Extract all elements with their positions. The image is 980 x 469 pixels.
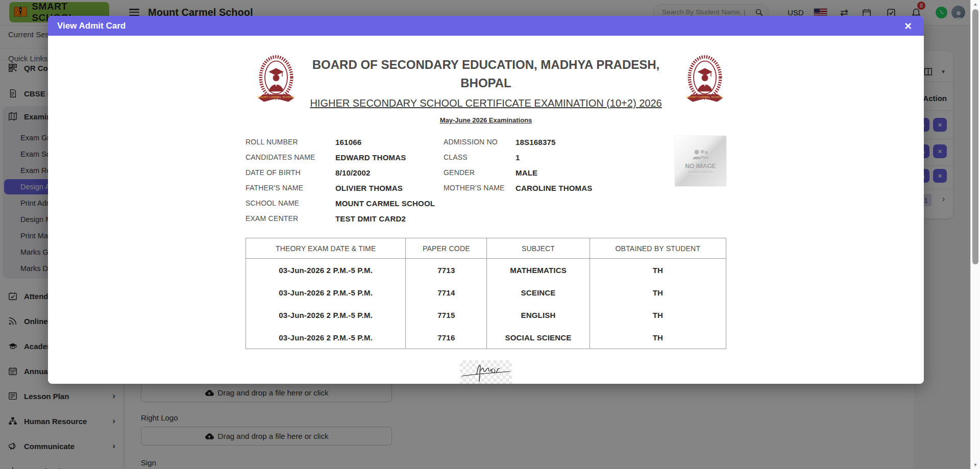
detail-label: CLASS bbox=[444, 153, 516, 161]
student-photo-placeholder: NO IMAGE AVAILABLE bbox=[675, 136, 726, 186]
detail-value: MOUNT CARMEL SCHOOL bbox=[335, 199, 444, 208]
cell-date: 03-Jun-2026 2 P.M.-5 P.M. bbox=[246, 304, 406, 326]
scrollbar-thumb[interactable] bbox=[972, 9, 978, 264]
detail-label: ROLL NUMBER bbox=[246, 138, 335, 146]
col-header: SUBJECT bbox=[487, 238, 590, 259]
scroll-up-icon[interactable]: ▲ bbox=[971, 0, 980, 8]
cell-obtained: TH bbox=[590, 304, 726, 326]
detail-value: TEST DMIT CARD2 bbox=[335, 214, 444, 223]
detail-label: FATHER'S NAME bbox=[246, 184, 335, 192]
col-header: THEORY EXAM DATE & TIME bbox=[246, 238, 406, 259]
cell-paper-code: 7713 bbox=[406, 259, 487, 282]
detail-label: ADMISSION NO bbox=[444, 138, 516, 146]
app-root: SMART SCHOOL Mount Carmel School USD ⇄ 0 bbox=[0, 0, 980, 469]
detail-label: DATE OF BIRTH bbox=[246, 168, 335, 177]
view-admit-card-modal: View Admit Card × MOUNT CARMEL SCHOOL bbox=[48, 16, 924, 384]
col-header: OBTAINED BY STUDENT bbox=[590, 238, 726, 259]
detail-label: CANDIDATES NAME bbox=[246, 153, 335, 161]
no-image-people-icon bbox=[690, 148, 712, 161]
svg-text:MOUNT CARMEL SCHOOL: MOUNT CARMEL SCHOOL bbox=[257, 95, 296, 98]
cell-paper-code: 7714 bbox=[406, 281, 487, 304]
cell-subject: MATHEMATICS bbox=[487, 259, 590, 282]
modal-title: View Admit Card bbox=[57, 21, 901, 31]
detail-value: OLIVIER THOMAS bbox=[335, 184, 444, 192]
signature-image bbox=[460, 360, 512, 384]
table-row: 03-Jun-2026 2 P.M.-5 P.M. 7713 MATHEMATI… bbox=[246, 259, 726, 282]
no-image-subtext: AVAILABLE bbox=[688, 170, 714, 175]
cell-obtained: TH bbox=[590, 281, 726, 304]
admit-card: MOUNT CARMEL SCHOOL MOUNT CARMEL SCHOOL … bbox=[246, 48, 726, 384]
cell-obtained: TH bbox=[590, 326, 726, 349]
table-row: 03-Jun-2026 2 P.M.-5 P.M. 7716 SOCIAL SC… bbox=[246, 326, 726, 349]
student-details: NO IMAGE AVAILABLE ROLL NUMBER 161066 AD… bbox=[246, 134, 726, 226]
no-image-text: NO IMAGE bbox=[685, 163, 716, 170]
cell-subject: SCEINCE bbox=[487, 281, 590, 304]
detail-label: GENDER bbox=[444, 168, 516, 177]
cell-date: 03-Jun-2026 2 P.M.-5 P.M. bbox=[246, 259, 406, 282]
scroll-down-icon[interactable]: ▼ bbox=[971, 461, 980, 469]
school-crest-left: MOUNT CARMEL SCHOOL bbox=[253, 53, 300, 110]
cell-date: 03-Jun-2026 2 P.M.-5 P.M. bbox=[246, 281, 406, 304]
close-icon[interactable]: × bbox=[901, 20, 915, 32]
cell-subject: SOCIAL SCIENCE bbox=[487, 326, 590, 349]
table-row: 03-Jun-2026 2 P.M.-5 P.M. 7715 ENGLISH T… bbox=[246, 304, 726, 326]
cell-subject: ENGLISH bbox=[487, 304, 590, 326]
exam-title: HIGHER SECONDARY SCHOOL CERTIFICATE EXAM… bbox=[302, 97, 670, 109]
modal-header: View Admit Card × bbox=[48, 16, 924, 36]
detail-label: EXAM CENTER bbox=[246, 214, 335, 223]
detail-label: SCHOOL NAME bbox=[246, 199, 335, 207]
detail-value: 8/10/2002 bbox=[335, 168, 444, 177]
cell-date: 03-Jun-2026 2 P.M.-5 P.M. bbox=[246, 326, 406, 349]
col-header: PAPER CODE bbox=[406, 238, 487, 259]
session-line: May-June 2026 Examinations bbox=[246, 116, 726, 124]
table-header-row: THEORY EXAM DATE & TIME PAPER CODE SUBJE… bbox=[246, 238, 726, 259]
table-row: 03-Jun-2026 2 P.M.-5 P.M. 7714 SCEINCE T… bbox=[246, 281, 726, 304]
svg-text:MOUNT CARMEL SCHOOL: MOUNT CARMEL SCHOOL bbox=[686, 95, 724, 98]
cell-paper-code: 7715 bbox=[406, 304, 487, 326]
page-scrollbar[interactable]: ▲ ▼ bbox=[970, 0, 980, 469]
exam-schedule-table: THEORY EXAM DATE & TIME PAPER CODE SUBJE… bbox=[246, 238, 726, 349]
board-title: BOARD OF SECONDARY EDUCATION, MADHYA PRA… bbox=[302, 56, 670, 92]
cell-obtained: TH bbox=[590, 259, 726, 282]
detail-label: MOTHER'S NAME bbox=[444, 184, 516, 192]
school-crest-right: MOUNT CARMEL SCHOOL bbox=[681, 53, 728, 110]
detail-value: 161066 bbox=[335, 138, 444, 146]
detail-value: EDWARD THOMAS bbox=[335, 153, 444, 162]
cell-paper-code: 7716 bbox=[406, 326, 487, 349]
